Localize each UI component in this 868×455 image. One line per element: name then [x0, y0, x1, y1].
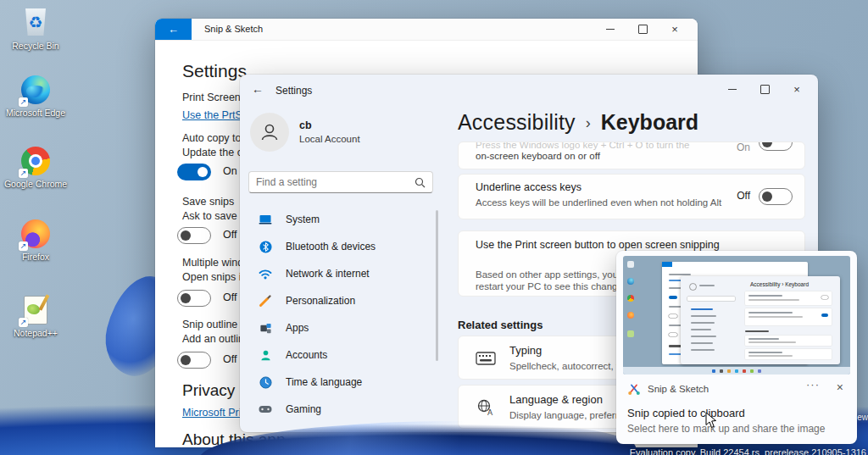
on-screen-keyboard-card[interactable]: Press the Windows logo key + Ctrl + O to…: [458, 141, 805, 169]
snip-notification-toast[interactable]: Accessibility › Keyboard: [616, 251, 857, 444]
auto-copy-toggle[interactable]: [177, 164, 211, 180]
multi-window-state: Off: [223, 291, 236, 303]
breadcrumb-parent[interactable]: Accessibility: [458, 110, 576, 134]
mini-settings-window: Accessibility › Keyboard: [681, 276, 840, 364]
sidebar-item-label: Time & language: [286, 376, 362, 388]
user-account-type: Local Account: [299, 134, 360, 144]
sidebar-item-apps[interactable]: Apps: [245, 314, 433, 341]
desktop-icon-notepad-plus-plus[interactable]: ↗ Notepad++: [3, 295, 68, 338]
mini-recycle-bin-icon: [627, 261, 634, 268]
card-title: Language & region: [509, 393, 603, 406]
close-button[interactable]: ×: [659, 19, 691, 39]
sidebar-item-label: Network & internet: [286, 268, 370, 280]
back-arrow-icon: ←: [252, 82, 264, 96]
multi-window-toggle[interactable]: [177, 290, 211, 307]
snip-settings-heading: Settings: [182, 61, 247, 81]
toast-subtitle: Select here to mark up and share the ima…: [627, 423, 825, 435]
sidebar-item-label: Bluetooth & devices: [286, 241, 376, 252]
user-name: cb: [299, 119, 312, 131]
card-desc: Access keys will be underlined even when…: [476, 197, 737, 208]
sidebar-item-label: Gaming: [286, 403, 321, 415]
minimize-button[interactable]: [594, 19, 626, 39]
more-options-button[interactable]: ···: [806, 378, 820, 391]
snip-outline-toggle[interactable]: [177, 352, 211, 369]
snip-titlebar: ← Snip & Sketch ×: [155, 19, 698, 41]
breadcrumb-current: Keyboard: [601, 110, 698, 134]
desktop-icon-label: Notepad++: [3, 328, 68, 338]
mini-card: [745, 336, 832, 346]
sidebar-item-time-language[interactable]: Time & language: [245, 369, 433, 396]
keyboard-icon: [476, 348, 496, 369]
desktop-icon-recycle-bin[interactable]: ♻ Recycle Bin: [3, 7, 68, 51]
save-snips-toggle[interactable]: [177, 227, 211, 244]
shortcut-arrow-icon: ↗: [19, 97, 28, 107]
wifi-icon: [259, 267, 272, 280]
underline-access-keys-card[interactable]: Underline access keys Access keys will b…: [458, 174, 805, 219]
svg-text:A: A: [487, 408, 493, 417]
underline-access-keys-toggle[interactable]: [759, 188, 793, 205]
window-title: Settings: [275, 85, 312, 97]
toast-app-name: Snip & Sketch: [648, 384, 709, 394]
sidebar-item-label: Personalization: [286, 295, 355, 307]
related-settings-heading: Related settings: [458, 319, 542, 331]
mini-card: [745, 349, 832, 359]
snip-thumbnail[interactable]: Accessibility › Keyboard: [623, 256, 850, 375]
mini-chrome-icon: [627, 295, 634, 302]
sidebar-item-personalization[interactable]: Personalization: [245, 287, 433, 314]
mini-firefox-icon: [627, 312, 634, 319]
language-icon: A: [476, 397, 496, 418]
desktop-icon-label: Recycle Bin: [3, 41, 68, 51]
card-title: Underline access keys: [476, 181, 581, 193]
sidebar-item-accounts[interactable]: Accounts: [245, 341, 433, 369]
minimize-button[interactable]: [716, 80, 748, 98]
back-button[interactable]: ←: [252, 82, 264, 96]
search-input[interactable]: [249, 176, 415, 188]
chrome-icon: ↗: [20, 147, 51, 177]
apps-icon: [259, 321, 272, 335]
toast-close-button[interactable]: ×: [837, 380, 843, 394]
edge-icon: ↗: [20, 75, 51, 106]
sidebar-item-system[interactable]: System: [245, 206, 433, 233]
gamepad-icon: [259, 402, 272, 416]
snip-outline-state: Off: [223, 353, 236, 365]
maximize-button[interactable]: [748, 80, 781, 98]
desktop-icon-label: Firefox: [3, 252, 68, 262]
sidebar-item-label: Accounts: [286, 349, 327, 361]
breadcrumb: Accessibility›Keyboard: [458, 110, 698, 135]
watermark-fragment: ew: [857, 413, 868, 422]
search-box[interactable]: [248, 171, 433, 193]
sidebar-item-gaming[interactable]: Gaming: [245, 396, 433, 423]
sidebar-item-network-internet[interactable]: Network & internet: [245, 260, 433, 287]
card-desc-line2: restart your PC to see this change: [476, 280, 623, 292]
desktop-icon-firefox[interactable]: ↗ Firefox: [3, 219, 68, 262]
window-title: Snip & Sketch: [204, 19, 263, 40]
desktop-icon-google-chrome[interactable]: ↗ Google Chrome: [3, 146, 68, 189]
back-arrow-icon: ←: [168, 23, 179, 36]
osk-toggle[interactable]: [759, 141, 793, 151]
person-icon: [259, 121, 281, 143]
maximize-button[interactable]: [626, 19, 659, 39]
desktop-icon-label: Microsoft Edge: [3, 108, 68, 118]
notepad-plus-plus-icon: ↗: [20, 296, 51, 326]
sidebar-item-bluetooth-devices[interactable]: Bluetooth & devices: [245, 233, 433, 260]
sidebar-scrollbar[interactable]: [436, 210, 438, 361]
snip-sketch-app-icon: [627, 382, 641, 396]
clock-globe-icon: [259, 375, 272, 389]
mini-taskbar: [623, 367, 850, 375]
system-icon: [259, 213, 272, 226]
avatar[interactable]: [250, 113, 289, 152]
desktop: ♻ Recycle Bin ↗ Microsoft Edge ↗ Google …: [0, 0, 868, 455]
back-button[interactable]: ←: [155, 19, 192, 40]
close-button[interactable]: ×: [781, 80, 813, 98]
minimize-icon: [606, 29, 615, 30]
toggle-state: Off: [737, 190, 750, 202]
evaluation-watermark: Evaluation copy. Build 22454.rs_prerelea…: [630, 447, 866, 455]
save-snips-title: Save snips: [182, 196, 234, 208]
bluetooth-icon: [259, 240, 272, 253]
mini-edge-icon: [627, 278, 634, 285]
firefox-icon: ↗: [20, 219, 51, 250]
minimize-icon: [728, 89, 737, 90]
osk-state: On: [737, 141, 750, 153]
osk-line2: on-screen keyboard on or off: [476, 150, 600, 162]
desktop-icon-microsoft-edge[interactable]: ↗ Microsoft Edge: [3, 75, 68, 118]
